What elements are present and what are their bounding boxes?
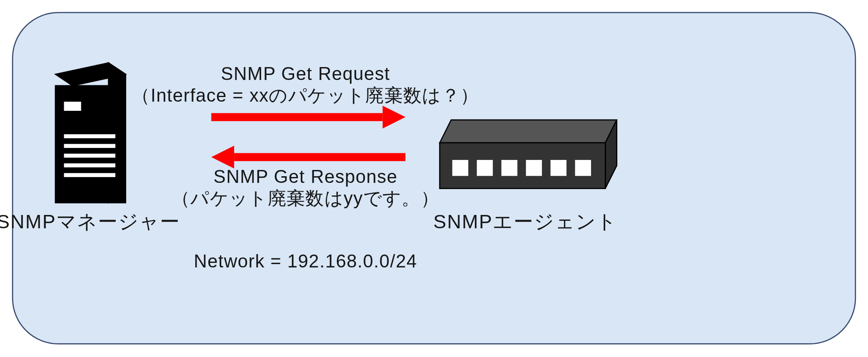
- svg-rect-20: [575, 160, 591, 176]
- svg-rect-17: [501, 160, 517, 176]
- network-label: Network = 192.168.0.0/24: [194, 251, 417, 271]
- svg-rect-19: [551, 160, 566, 176]
- svg-marker-12: [440, 120, 617, 143]
- svg-rect-4: [64, 102, 81, 111]
- request-title: SNMP Get Request: [221, 63, 390, 84]
- response-title: SNMP Get Response: [214, 166, 398, 187]
- switch-icon: [440, 120, 617, 189]
- svg-rect-9: [64, 173, 115, 177]
- svg-rect-16: [477, 160, 493, 176]
- network-panel: [12, 12, 856, 344]
- svg-rect-15: [452, 160, 468, 176]
- svg-rect-18: [526, 160, 542, 176]
- svg-rect-6: [64, 144, 115, 148]
- svg-rect-5: [64, 134, 115, 138]
- manager-label: SNMPマネージャー: [0, 211, 180, 232]
- snmp-diagram: SNMPマネージャー SNMPエージェント SNMP Get Request （…: [0, 0, 868, 357]
- svg-rect-7: [64, 154, 115, 158]
- request-detail: （Interface = xxのパケット廃棄数は？）: [132, 85, 479, 105]
- response-detail: （パケット廃棄数はyyです。）: [172, 188, 439, 208]
- svg-rect-8: [64, 163, 115, 167]
- agent-label: SNMPエージェント: [433, 211, 617, 232]
